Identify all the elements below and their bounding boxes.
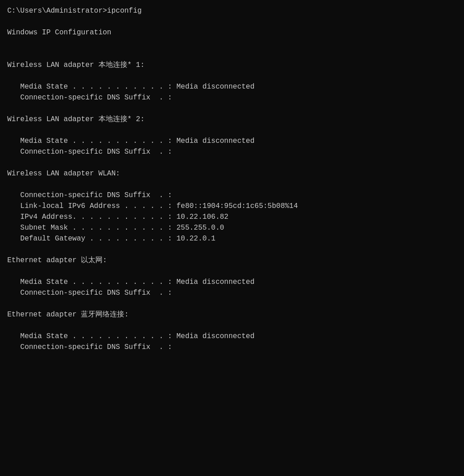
blank-line-3 [7,49,457,60]
section3-line1: Connection-specific DNS Suffix . : [7,190,457,201]
section4-line1: Media State . . . . . . . . . . . : Medi… [7,277,457,287]
section3-line2: Link-local IPv6 Address . . . . . : fe80… [7,201,457,212]
blank-line-8 [7,179,457,190]
section2-line2: Connection-specific DNS Suffix . : [7,146,457,157]
blank-line-6 [7,125,457,136]
section5-header: Ethernet adapter 蓝牙网络连接: [7,309,457,320]
section2-line1: Media State . . . . . . . . . . . : Medi… [7,136,457,146]
blank-line-11 [7,298,457,309]
windows-ip-line: Windows IP Configuration [7,27,457,38]
blank-line-12 [7,320,457,331]
section1-line2: Connection-specific DNS Suffix . : [7,92,457,103]
blank-line-2 [7,38,457,49]
blank-line-1 [7,16,457,27]
blank-line-5 [7,103,457,114]
section4-header: Ethernet adapter 以太网: [7,255,457,266]
section5-line2: Connection-specific DNS Suffix . : [7,342,457,353]
section3-line4: Subnet Mask . . . . . . . . . . . : 255.… [7,222,457,233]
blank-line-9 [7,244,457,255]
terminal-window: C:\Users\Administrator>ipconfig Windows … [7,5,457,353]
section2-header: Wireless LAN adapter 本地连接* 2: [7,114,457,125]
section4-line2: Connection-specific DNS Suffix . : [7,287,457,298]
blank-line-10 [7,266,457,277]
section1-header: Wireless LAN adapter 本地连接* 1: [7,60,457,71]
section3-line5: Default Gateway . . . . . . . . . : 10.2… [7,233,457,244]
blank-line-7 [7,157,457,168]
blank-line-4 [7,71,457,81]
section1-line1: Media State . . . . . . . . . . . : Medi… [7,81,457,92]
prompt-line: C:\Users\Administrator>ipconfig [7,5,457,16]
section3-header: Wireless LAN adapter WLAN: [7,168,457,179]
section5-line1: Media State . . . . . . . . . . . : Medi… [7,331,457,342]
section3-line3: IPv4 Address. . . . . . . . . . . : 10.2… [7,212,457,222]
